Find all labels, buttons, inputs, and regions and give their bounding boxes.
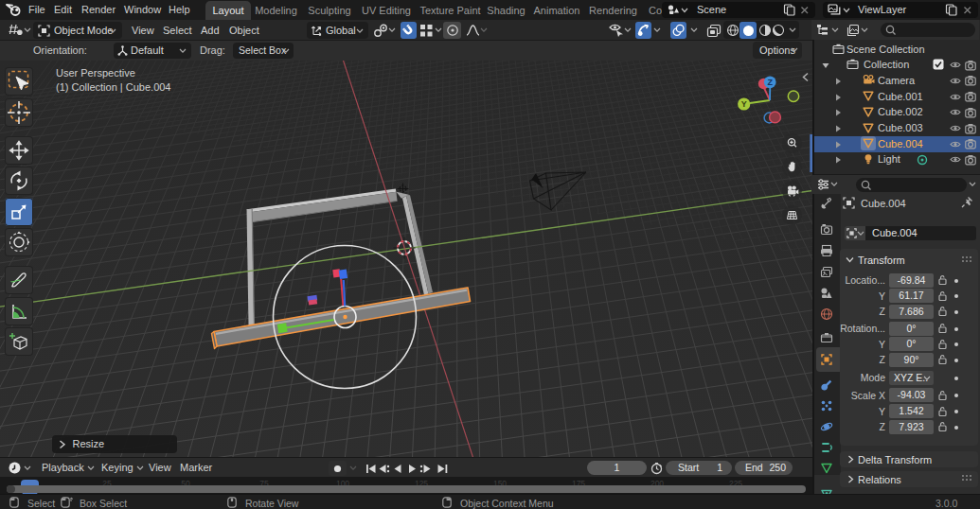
svg-text:Z: Z <box>767 78 773 87</box>
svg-text:Y: Y <box>741 99 747 109</box>
